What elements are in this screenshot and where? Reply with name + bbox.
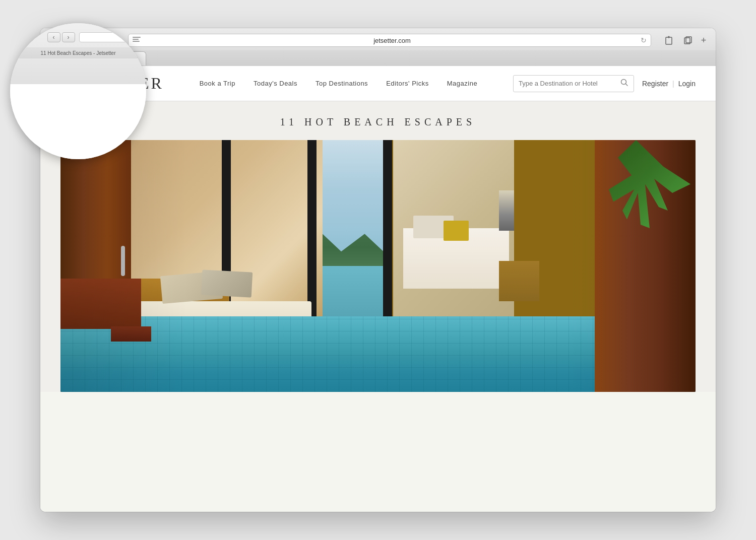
toolbar-actions	[661, 34, 696, 46]
browser-toolbar: ‹ › jetsetter.com ↻	[40, 28, 716, 50]
mag-back-btn[interactable]: ‹	[47, 32, 60, 42]
nav-editors-picks[interactable]: Editors' Picks	[386, 80, 429, 87]
svg-rect-2	[133, 41, 140, 42]
mag-forward-btn[interactable]: ›	[62, 32, 75, 42]
nav-top-destinations[interactable]: Top Destinations	[316, 80, 368, 87]
address-bar[interactable]: jetsetter.com ↻	[128, 34, 651, 47]
magnifier-circle: ‹ › 11 Hot Beach Escapes - Jetsetter	[10, 23, 146, 159]
main-nav: Book a Trip Today's Deals Top Destinatio…	[200, 80, 477, 87]
reload-icon[interactable]: ↻	[641, 36, 647, 44]
search-input[interactable]	[519, 80, 620, 87]
login-link[interactable]: Login	[678, 80, 696, 88]
duplicate-button[interactable]	[680, 34, 696, 46]
new-tab-button[interactable]: +	[698, 35, 710, 45]
reader-icon	[133, 37, 141, 44]
image-overlay	[60, 140, 696, 392]
website-content: JETSETTER Book a Trip Today's Deals Top …	[40, 66, 716, 512]
nav-todays-deals[interactable]: Today's Deals	[254, 80, 297, 87]
hero-image	[60, 140, 696, 392]
hero-section: 11 HOT BEACH ESCAPES	[40, 101, 716, 392]
svg-rect-1	[133, 39, 139, 40]
nav-book-trip[interactable]: Book a Trip	[200, 80, 235, 87]
mag-tab-label: 11 Hot Beach Escapes - Jetsetter	[41, 50, 116, 56]
search-button[interactable]	[620, 79, 628, 89]
svg-rect-0	[133, 37, 141, 38]
svg-line-7	[625, 84, 627, 86]
hero-image-bg	[60, 140, 696, 392]
hero-title: 11 HOT BEACH ESCAPES	[60, 116, 696, 128]
share-button[interactable]	[661, 34, 676, 46]
svg-rect-3	[666, 37, 672, 44]
browser-chrome: ‹ › jetsetter.com ↻	[40, 28, 716, 66]
register-link[interactable]: Register	[642, 80, 668, 88]
mag-max-btn[interactable]	[26, 33, 34, 41]
mag-min-btn[interactable]	[14, 33, 22, 41]
auth-divider: |	[672, 80, 674, 88]
tab-bar: 11 Hot Beach Escapes - Jetsetter	[40, 50, 716, 66]
search-box[interactable]	[513, 75, 634, 92]
site-right: Register | Login	[513, 75, 696, 92]
auth-links: Register | Login	[642, 80, 696, 88]
nav-magazine[interactable]: Magazine	[447, 80, 477, 87]
url-text: jetsetter.com	[144, 37, 641, 44]
